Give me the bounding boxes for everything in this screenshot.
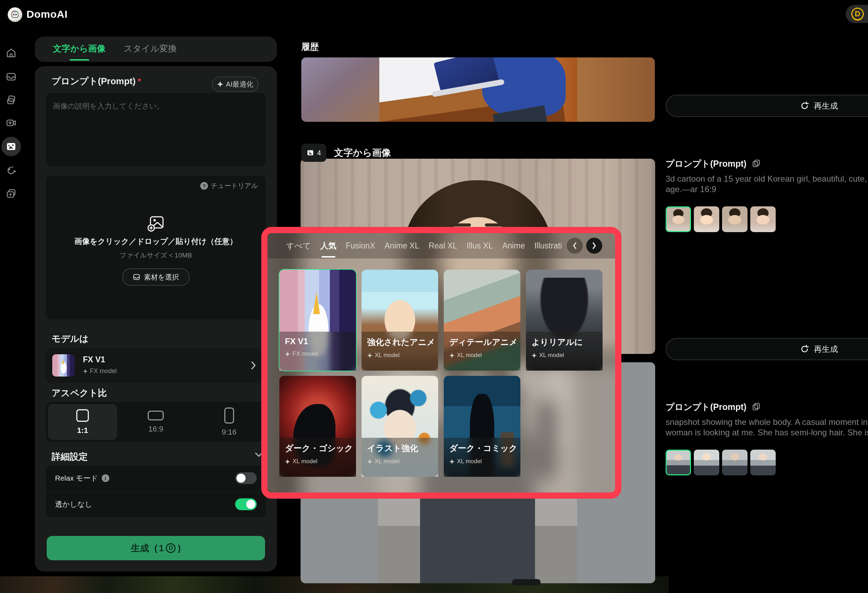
relax-mode-row: Relax モード i [46,465,266,491]
refresh-icon [800,101,809,110]
prompt-text: snapshot showing the whole body. A casua… [666,417,868,438]
prompt-label-row: プロンプト(Prompt) [666,158,868,169]
model-picker-highlight-frame: すべて人気FusionXAnime XLReal XLIllus XLAnime… [261,227,621,499]
advanced-settings-label: 詳細設定 [52,451,88,463]
model-category-tab-3[interactable]: FusionX [346,241,375,250]
domo-coin-icon: D [166,543,176,553]
model-thumbnail [52,354,75,377]
tabs-prev-button[interactable] [567,238,583,254]
model-card-6[interactable]: イラスト強化XL model [362,376,438,477]
model-name: FX V1 [83,355,105,364]
aspect-option-16-9[interactable]: 16:9 [121,404,190,440]
sparkle-icon [285,352,290,357]
sparkle-icon [367,459,372,464]
regenerate-button[interactable]: 再生成 [666,338,868,360]
add-image-icon [147,214,165,232]
sidebar-item-inbox[interactable] [1,67,21,86]
watermark-toggle[interactable] [235,498,257,510]
model-category-tab-4[interactable]: Anime XL [385,241,419,250]
result-thumbnail-4[interactable] [750,450,776,475]
model-card-7[interactable]: ダーク・コミックXL model [444,376,520,477]
aspect-option-9-16[interactable]: 9:16 [195,404,264,440]
model-category-tab-8[interactable]: Illustration [534,241,561,250]
model-category-tab-1[interactable]: すべて [286,240,311,251]
model-category-tab-7[interactable]: Anime [502,241,525,250]
copy-prompt-button[interactable] [752,402,760,412]
sidebar-item-video-generate[interactable] [1,113,21,132]
image-content [379,57,577,122]
model-category-tab-5[interactable]: Real XL [429,241,457,250]
sidebar-item-home[interactable] [1,43,21,63]
sidebar-item-image-generate[interactable] [1,137,21,156]
result-thumbnail-2[interactable] [694,450,719,475]
result-thumbnail-3[interactable] [722,206,747,232]
model-category-tab-6[interactable]: Illus XL [467,241,493,250]
sidebar-item-style-magic[interactable] [1,160,21,180]
relax-mode-toggle[interactable] [235,472,257,484]
app-header: DomoAI D [0,0,868,29]
model-card-2[interactable]: 強化されたアニメXL model [362,270,438,371]
image-progress-pill[interactable] [512,579,540,585]
prompt-input[interactable] [46,93,266,166]
domoai-logo-icon[interactable] [8,7,22,22]
watermark-label: 透かしなし [55,499,92,509]
model-card-caption: 強化されたアニメXL model [362,332,438,371]
tutorial-link[interactable]: ? チュートリアル [200,181,258,190]
image-icon [307,149,314,157]
model-card-1[interactable]: FX V1FX model [279,270,356,371]
generate-button[interactable]: 生成 (1 D ) [47,536,265,560]
image-upload-dropzone[interactable]: ? チュートリアル 画像をクリック／ドロップ／貼り付け（任意） ファイルサイズ … [46,176,266,319]
model-type: FX model [83,368,117,375]
aspect-9-16-icon [224,408,234,424]
tabs-next-button[interactable] [586,238,602,254]
model-category-tab-2[interactable]: 人気 [320,240,337,251]
sparkle-icon [83,369,88,374]
asset-tray-icon [133,273,140,281]
model-card-caption: ダーク・コミックXL model [444,438,520,477]
tab-text-to-image[interactable]: 文字から画像 [53,43,106,56]
sidebar-item-asset-library[interactable] [1,184,21,203]
app-root: DomoAI D 文字から画像スタイル変換 プロンプト(Prompt)* AI最… [0,0,868,593]
copy-prompt-button[interactable] [752,159,760,169]
result-thumbnail-2[interactable] [694,206,719,232]
app-title: DomoAI [27,8,68,20]
blurred-edge [301,57,379,122]
select-asset-button[interactable]: 素材を選択 [122,268,189,286]
result-thumbnail-3[interactable] [722,450,747,475]
help-icon: ? [200,182,208,190]
projects-icon [6,94,17,106]
regenerate-button[interactable]: 再生成 [666,95,868,117]
info-icon: i [102,474,109,482]
model-card-caption: よりリアルにXL model [526,332,602,371]
style-magic-icon [6,165,17,176]
advanced-settings-card: Relax モード i 透かしなし [46,465,266,517]
ai-optimize-button[interactable]: AI最適化 [212,77,258,92]
history-image-laptop[interactable] [301,57,655,122]
model-selector[interactable]: FX V1 FX model [46,348,266,383]
domo-coin-icon: D [851,8,864,20]
credits-button[interactable]: D [846,5,868,23]
model-card-5[interactable]: ダーク・ゴシックXL model [279,376,356,477]
sparkle-icon [217,81,223,87]
model-card-3[interactable]: ディテールアニメXL model [444,270,520,371]
sparkle-icon [531,353,537,358]
result-thumbnail-1[interactable] [666,206,691,232]
asset-library-icon [6,188,17,199]
model-card-4[interactable]: よりリアルにXL model [526,270,602,371]
prompt-label-row: プロンプト(Prompt) [666,401,868,413]
result-thumbnails [666,206,868,232]
result-thumbnail-4[interactable] [750,206,776,232]
aspect-option-1-1[interactable]: 1:1 [48,404,117,440]
history-section-header: 4 文字から画像 [301,144,391,162]
nav-rail [0,29,35,593]
result-thumbnail-1[interactable] [666,450,691,475]
aspect-section-label: アスペクト比 [52,387,107,399]
model-category-tabbar: すべて人気FusionXAnime XLReal XLIllus XLAnime… [267,233,615,259]
sidebar-item-projects[interactable] [1,90,21,110]
model-card-caption: イラスト強化XL model [362,438,438,477]
prompt-text: 3d cartoon of a 15 year old Korean girl,… [666,174,868,194]
tab-style-transfer[interactable]: スタイル変換 [124,43,177,56]
upload-size-hint: ファイルサイズ < 10MB [120,251,192,260]
model-picker-modal: すべて人気FusionXAnime XLReal XLIllus XLAnime… [267,233,615,493]
generation-form: プロンプト(Prompt)* AI最適化 ? チュートリアル [35,66,277,571]
